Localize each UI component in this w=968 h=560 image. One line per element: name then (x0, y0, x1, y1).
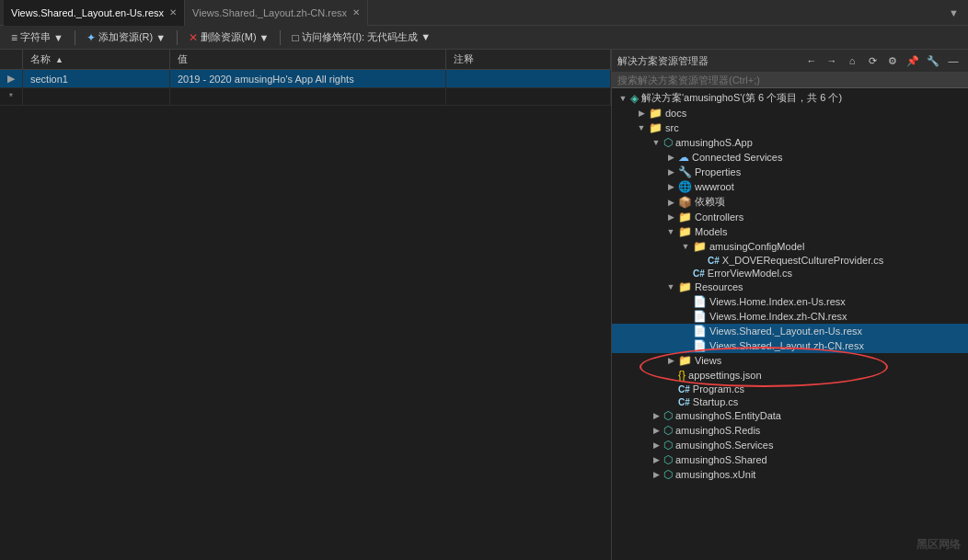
col-value-header[interactable]: 值 (170, 50, 446, 70)
tree-item[interactable]: ▶ 📁 Controllers (612, 210, 968, 224)
tree-item[interactable]: ▼ ⬡ amusinghoS.App (612, 135, 968, 150)
tree-item[interactable]: ▼ 📁 Resources (612, 280, 968, 294)
se-home-btn[interactable]: ⌂ (843, 52, 861, 69)
se-refresh-btn[interactable]: ⟳ (863, 52, 882, 69)
tree-toggle: ▼ (663, 227, 678, 236)
se-wrench-btn[interactable]: 🔧 (924, 52, 942, 69)
sort-arrow: ▲ (55, 55, 63, 64)
tree-toggle: ▼ (634, 123, 649, 132)
se-title: 解决方案资源管理器 (617, 54, 709, 68)
tree-item[interactable]: ▶ 📁 Views (612, 353, 968, 368)
resx-icon: 📄 (693, 325, 707, 337)
sep2 (177, 30, 178, 45)
tree-label: Controllers (695, 211, 743, 223)
toolbar-access[interactable]: □ 访问修饰符(I): 无代码生成 ▼ (286, 29, 436, 46)
tree-item[interactable]: {} appsettings.json (612, 368, 968, 383)
tree-item[interactable]: ▶ 🌐 wwwroot (612, 179, 968, 194)
table-row[interactable]: ▶ section1 2019 - 2020 amusingHo's App A… (0, 70, 611, 88)
tab-resx-en[interactable]: Views.Shared._Layout.en-Us.resx ✕ (4, 0, 185, 26)
se-search-input[interactable] (617, 74, 962, 86)
cell-name[interactable] (23, 88, 170, 106)
folder-icon: 📁 (649, 121, 663, 134)
se-pin-btn[interactable]: 📌 (904, 52, 922, 69)
add-icon: ✦ (86, 31, 96, 44)
tab-dropdown-btn[interactable]: ▼ (943, 7, 964, 18)
tree-toggle: ▶ (663, 212, 678, 222)
solution-root[interactable]: ▼◈解决方案'amusinghoS'(第 6 个项目，共 6 个) (612, 90, 968, 106)
solution-icon: ◈ (630, 92, 639, 105)
tree-label: amusinghoS.EntityData (675, 410, 781, 421)
tree-item[interactable]: ▶ 🔧 Properties (612, 165, 968, 179)
tree-toggle: ▶ (649, 411, 663, 420)
tree-item[interactable]: C# ErrorViewModel.cs (612, 267, 968, 280)
tree-item[interactable]: ▼ 📁 Models (612, 224, 968, 239)
toolbar-access-dropdown: 无代码生成 ▼ (367, 30, 431, 44)
tab-resx-en-close[interactable]: ✕ (169, 7, 177, 17)
tree-label: Connected Services (692, 152, 782, 163)
toolbar-fontstr-arrow: ▼ (53, 32, 63, 43)
tree-item[interactable]: 📄 Views.Home.Index.zh-CN.resx (612, 309, 968, 324)
se-forward-btn[interactable]: → (823, 52, 841, 69)
tree-label: ErrorViewModel.cs (708, 268, 792, 279)
tab-resx-cn-close[interactable]: ✕ (352, 7, 360, 17)
project-icon: ⬡ (663, 424, 673, 437)
tree-item[interactable]: ▶ 📦 依赖项 (612, 194, 968, 210)
tree-label: Views.Shared._Layout.en-Us.resx (709, 326, 862, 337)
tree-label: amusinghoS.App (675, 137, 753, 148)
toolbar-fontstr-label: 字符串 (20, 30, 51, 44)
tab-resx-cn[interactable]: Views.Shared._Layout.zh-CN.resx ✕ (185, 0, 368, 26)
table-row[interactable]: * (0, 88, 611, 106)
tree-item[interactable]: ▶ ⬡ amusinghoS.Shared (612, 452, 968, 467)
tree-label: amusinghos.xUnit (675, 469, 755, 480)
tree-toggle: ▶ (663, 356, 678, 365)
tree-item[interactable]: ▼ 📁 amusingConfigModel (612, 239, 968, 254)
cell-value[interactable]: 2019 - 2020 amusingHo's App All rights (170, 70, 446, 88)
tree-label: Views.Home.Index.en-Us.resx (709, 296, 846, 307)
tree-item[interactable]: ▶ ⬡ amusinghoS.EntityData (612, 408, 968, 423)
tree-item[interactable]: C# X_DOVERequestCultureProvider.cs (612, 254, 968, 267)
tree-item[interactable]: ▶ ⬡ amusinghoS.Redis (612, 423, 968, 438)
project-icon: ⬡ (663, 439, 673, 451)
tree-label: Views.Home.Index.zh-CN.resx (709, 311, 847, 322)
se-header: 解决方案资源管理器 ← → ⌂ ⟳ ⚙ 📌 🔧 — (612, 50, 968, 73)
tree-label: appsettings.json (688, 370, 762, 381)
tree-item[interactable]: C# Startup.cs (612, 395, 968, 408)
toolbar-delete[interactable]: ✕ 删除资源(M) ▼ (183, 29, 274, 46)
cell-value[interactable] (170, 88, 446, 106)
resource-editor-panel: 名称 ▲ 值 注释 ▶ section1 2019 - 2020 amusing… (0, 50, 612, 560)
tree-label: Properties (695, 166, 741, 177)
tree-toggle: ▼ (649, 138, 663, 147)
se-close-btn[interactable]: — (944, 52, 962, 69)
folder-icon: 📁 (693, 240, 707, 253)
tree-item[interactable]: 📄 Views.Shared._Layout.zh-CN.resx (612, 338, 968, 353)
cs-icon: C# (708, 256, 720, 266)
tree-item[interactable]: ▼ 📁 src (612, 120, 968, 135)
tree-item[interactable]: C# Program.cs (612, 383, 968, 395)
se-settings-btn[interactable]: ⚙ (883, 52, 902, 69)
cell-comment[interactable] (446, 70, 611, 88)
fontstr-icon: ≡ (11, 31, 17, 44)
tree-item[interactable]: 📄 Views.Shared._Layout.en-Us.resx (612, 324, 968, 338)
watermark: 黑区网络 (916, 537, 961, 553)
tree-toggle: ▶ (663, 167, 678, 177)
folder-icon: 📁 (678, 211, 692, 223)
col-name-header[interactable]: 名称 ▲ (23, 50, 170, 70)
toolbar-fontstr[interactable]: ≡ 字符串 ▼ (6, 29, 69, 46)
solution-tree[interactable]: ▼◈解决方案'amusinghoS'(第 6 个项目，共 6 个) ▶ 📁 do… (612, 88, 968, 560)
cell-name[interactable]: section1 (23, 70, 170, 88)
resx-icon: 📄 (693, 310, 707, 323)
tree-item[interactable]: ▶ 📁 docs (612, 106, 968, 120)
tree-item[interactable]: ▶ ⬡ amusinghoS.Services (612, 438, 968, 452)
resource-table[interactable]: 名称 ▲ 值 注释 ▶ section1 2019 - 2020 amusing… (0, 50, 611, 560)
tree-label: 依赖项 (695, 195, 725, 209)
toolbar-add[interactable]: ✦ 添加资源(R) ▼ (81, 29, 171, 46)
col-comment-header[interactable]: 注释 (446, 50, 611, 70)
cell-comment[interactable] (446, 88, 611, 106)
tree-label: Startup.cs (693, 396, 739, 407)
tree-item[interactable]: ▶ ⬡ amusinghos.xUnit (612, 467, 968, 482)
tree-item[interactable]: ▶ ☁ Connected Services (612, 150, 968, 165)
resx-icon: 📄 (693, 295, 707, 308)
tree-item[interactable]: 📄 Views.Home.Index.en-Us.resx (612, 294, 968, 309)
tree-label: Views.Shared._Layout.zh-CN.resx (709, 340, 864, 351)
se-back-btn[interactable]: ← (802, 52, 821, 69)
